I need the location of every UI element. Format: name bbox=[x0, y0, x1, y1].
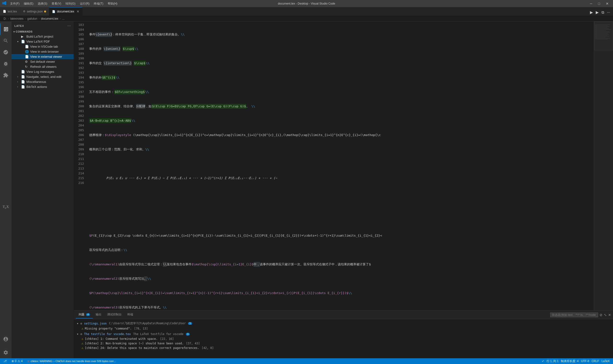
menu-help[interactable]: 帮助(H) bbox=[106, 1, 119, 7]
activity-bar: TEX bbox=[0, 22, 12, 358]
menu-run[interactable]: 运行(R) bbox=[78, 1, 92, 7]
problem-loc-testfile-3: [42, 8] bbox=[202, 346, 214, 350]
code-line-198: 容斥恒等式的几点说明：\\ bbox=[89, 248, 594, 252]
activity-debug[interactable] bbox=[0, 58, 12, 69]
breadcrumb-file[interactable]: document.tex bbox=[40, 17, 59, 20]
activity-extensions[interactable] bbox=[0, 69, 12, 81]
code-line-192 bbox=[89, 161, 594, 166]
close-button[interactable]: ✕ bbox=[604, 2, 611, 5]
panel-tab-problems[interactable]: 问题 4 bbox=[76, 311, 93, 318]
tab-document-icon: 📄 bbox=[52, 10, 56, 13]
statusbar-language[interactable]: LaTeX bbox=[600, 359, 611, 363]
sidebar-item-navigate[interactable]: › 📄 Navigate, select, and edit bbox=[12, 74, 74, 79]
expand-icon[interactable]: ⤡ bbox=[604, 313, 607, 317]
activity-settings[interactable] bbox=[0, 347, 12, 358]
close-panel-icon[interactable]: ✕ bbox=[608, 313, 611, 317]
statusbar-encoding[interactable]: UTF-8 bbox=[580, 359, 590, 363]
menu-terminal[interactable]: 终端(T) bbox=[92, 1, 105, 7]
testfile-badge: 3 bbox=[186, 333, 190, 336]
tab-document[interactable]: 📄 document.tex ✕ bbox=[49, 7, 83, 15]
tab-document-close[interactable]: ✕ bbox=[77, 10, 79, 13]
sidebar-item-view-vscode[interactable]: 📄 View in VSCode tab bbox=[12, 44, 74, 49]
sidebar-item-view-external[interactable]: 📄 View in external viewer bbox=[12, 54, 74, 59]
sidebar-item-view-pdf[interactable]: ▾ 📄 View LaTeX PDF bbox=[12, 39, 74, 44]
code-line-184: 事件的并 \{union\} $\cup$\\ bbox=[89, 46, 594, 51]
debug-label: 调试控制台 bbox=[107, 313, 122, 316]
warning-icon-2: ⚠ bbox=[82, 341, 84, 345]
menu-file[interactable]: 文件(F) bbox=[8, 1, 21, 7]
view-vscode-icon: 📄 bbox=[25, 45, 29, 48]
navigate-label: Navigate, select, and edit bbox=[26, 75, 61, 78]
statusbar-errors[interactable]: ⊗ 0 ⚠ 4 bbox=[11, 359, 24, 363]
problem-item-testfile-1[interactable]: ⚠ [chktex] 1: Command terminated with sp… bbox=[76, 337, 611, 341]
warning-icon: ⚠ bbox=[82, 327, 84, 330]
activity-tex[interactable]: TEX bbox=[0, 201, 12, 213]
menu-goto[interactable]: 转到(G) bbox=[64, 1, 77, 7]
sidebar-item-bibtex[interactable]: › 📄 BibTeX actions bbox=[12, 84, 74, 89]
activity-git[interactable] bbox=[0, 46, 12, 58]
problem-item-settings-1[interactable]: ⚠ Missing property "command". [78, 13] bbox=[76, 326, 611, 331]
run-button[interactable]: ▶ bbox=[589, 9, 594, 15]
statusbar-line-ending[interactable]: CRLF bbox=[591, 359, 600, 363]
breadcrumb-more[interactable]: ... bbox=[61, 17, 65, 20]
statusbar-chktex[interactable]: ⊗ chktex: WARNING -- ChkTeX does not han… bbox=[26, 360, 538, 363]
statusbar: ⎇ ⊗ 0 ⚠ 4 ⊗ chktex: WARNING -- ChkTeX do… bbox=[0, 358, 613, 364]
problem-item-testfile-3[interactable]: ⚠ [chktex] 24: Delete this space to main… bbox=[76, 346, 611, 350]
panel-tab-output[interactable]: 输出 bbox=[93, 311, 104, 318]
statusbar-checkmark[interactable]: ✓ bbox=[541, 359, 545, 363]
panel-tab-terminal[interactable]: 终端 bbox=[125, 311, 136, 318]
menu-view[interactable]: 查看(V) bbox=[50, 1, 63, 7]
breadcrumb-d[interactable]: D: bbox=[3, 17, 7, 20]
commands-section-header[interactable]: ▾ COMMANDS bbox=[12, 29, 74, 34]
tab-settings-label: settings.json bbox=[27, 10, 43, 13]
settings-path: C:\Users\飞机想学习3\AppData\Roaming\Code\Use… bbox=[109, 321, 186, 325]
statusbar-line-col[interactable]: 行 1, 列 1 bbox=[546, 359, 560, 363]
sidebar-item-misc[interactable]: › 📄 Miscellaneous bbox=[12, 79, 74, 84]
menu-select[interactable]: 选择(S) bbox=[36, 1, 49, 7]
problems-badge: 4 bbox=[86, 313, 90, 316]
problem-section-settings-header[interactable]: ▾ ⚙ settings.json C:\Users\飞机想学习3\AppDat… bbox=[76, 321, 611, 326]
tab-settings-modified-dot bbox=[44, 11, 46, 13]
filter-input[interactable] bbox=[550, 312, 598, 317]
side-panel-title: LATEX bbox=[14, 25, 24, 27]
maximize-button[interactable]: □ bbox=[596, 2, 602, 5]
problem-loc-testfile-1: [22, 16] bbox=[160, 337, 174, 340]
collapse-all-icon[interactable]: ⋯ bbox=[67, 24, 71, 28]
panel-tab-debug[interactable]: 调试控制台 bbox=[104, 311, 125, 318]
statusbar-branch[interactable]: ⎇ bbox=[2, 359, 8, 363]
problem-section-testfile-header[interactable]: ▾ ⚙ The testfile for vscode.tex The LaTe… bbox=[76, 332, 611, 337]
sidebar-item-view-log[interactable]: 📄 View Log messages bbox=[12, 69, 74, 74]
code-line-183: 事件\{event\}：样本空间的任一子集，即某些试验结果的集合。\\ bbox=[89, 32, 594, 37]
statusbar-right: ✓ 行 1, 列 1 制表符长度: 4 UTF-8 CRLF LaTeX bbox=[541, 359, 611, 363]
build-icon: ▶ bbox=[21, 35, 26, 38]
code-line-187: 互不相容的事件：$EF=\varnothing$\\ bbox=[89, 90, 594, 94]
sidebar-item-set-default[interactable]: ⚙ Set default viewer bbox=[12, 59, 74, 64]
sidebar-item-view-browser[interactable]: 🌐 View in web browser bbox=[12, 49, 74, 54]
activity-account[interactable] bbox=[0, 333, 12, 345]
menu-edit[interactable]: 编辑(E) bbox=[22, 1, 35, 7]
statusbar-spaces[interactable]: 制表符长度: 4 bbox=[560, 359, 579, 363]
activity-search[interactable] bbox=[0, 35, 12, 46]
tab-test[interactable]: 📄 test.tex bbox=[0, 7, 20, 15]
problem-item-testfile-2[interactable]: ⚠ [chktex] 2: Non-breaking space (~) sho… bbox=[76, 341, 611, 346]
split-editor-button[interactable]: ⧉ bbox=[600, 9, 605, 15]
editor-content: 183184185186187 188189190191192 19319419… bbox=[74, 22, 613, 310]
problem-section-testfile: ▾ ⚙ The testfile for vscode.tex The LaTe… bbox=[74, 331, 613, 351]
refresh-icon: ↻ bbox=[25, 65, 29, 68]
bibtex-icon: 📄 bbox=[21, 85, 26, 89]
breadcrumb-gailulun[interactable]: gailulun bbox=[27, 17, 38, 20]
code-editor[interactable]: 事件\{event\}：样本空间的任一子集，即某些试验结果的集合。\\ 事件的并… bbox=[86, 22, 594, 310]
filter-icon[interactable]: ⊘ bbox=[599, 313, 602, 317]
branch-icon: ⎇ bbox=[3, 359, 7, 363]
output-label: 输出 bbox=[96, 313, 101, 316]
commands-arrow: ▾ bbox=[14, 30, 15, 33]
problem-text-testfile-1: [chktex] 1: Command terminated with spac… bbox=[85, 337, 158, 340]
breadcrumb-latexnotes[interactable]: latexnotes bbox=[10, 17, 24, 20]
sidebar-item-refresh[interactable]: ↻ Refresh all viewers bbox=[12, 64, 74, 69]
more-actions-button[interactable]: ··· bbox=[606, 9, 611, 15]
minimize-button[interactable]: ─ bbox=[588, 2, 594, 5]
run-debug-button[interactable]: ▶ bbox=[595, 9, 599, 15]
sidebar-item-build[interactable]: ▶ Build LaTeX project bbox=[12, 34, 74, 39]
activity-explorer[interactable] bbox=[0, 24, 12, 35]
tab-settings[interactable]: ⚙ settings.json bbox=[20, 7, 49, 15]
